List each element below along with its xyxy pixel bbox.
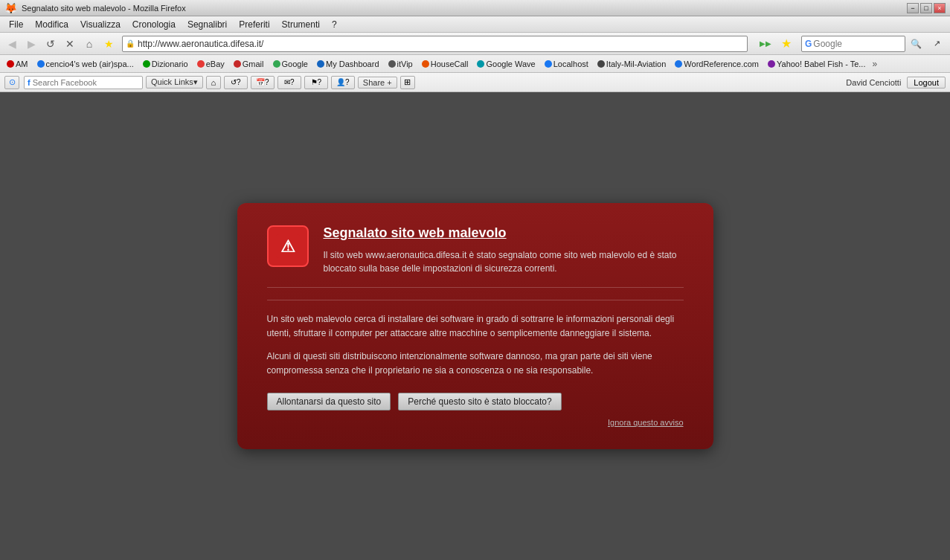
close-button[interactable]: × (934, 3, 946, 13)
leave-site-button[interactable]: Allontanarsi da questo sito (267, 393, 391, 411)
bm-icon-itvip (388, 60, 396, 68)
bookmark-gwave[interactable]: Google Wave (473, 59, 539, 69)
home-button[interactable]: ⌂ (80, 35, 98, 53)
menu-help[interactable]: ? (326, 18, 343, 31)
bm-icon-yahoo (768, 60, 775, 68)
menu-bar: File Modifica Visualizza Cronologia Segn… (0, 16, 950, 33)
menu-strumenti[interactable]: Strumenti (276, 18, 326, 31)
menu-modifica[interactable]: Modifica (29, 18, 74, 31)
bookmark-am[interactable]: AM (3, 59, 32, 69)
bm-label-google: Google (282, 59, 308, 68)
bm-label-diz: Dizionario (152, 59, 188, 68)
bm-icon-gwave (477, 60, 484, 68)
warning-title: Segnalato sito web malevolo (324, 225, 684, 241)
facebook-icon: f (28, 78, 31, 87)
bookmark-star-button[interactable]: ★ (100, 35, 118, 53)
back-button[interactable]: ◀ (3, 35, 21, 53)
window-controls: − □ × (907, 3, 946, 13)
search-input[interactable] (813, 39, 888, 49)
bm-label-wordref: WordReference.com (684, 59, 759, 68)
forward-button[interactable]: ▶ (22, 35, 40, 53)
bm-icon-gmail (234, 60, 241, 68)
fb-event-btn[interactable]: 📅? (251, 76, 275, 89)
fb-username: David Cenciotti (846, 78, 901, 87)
bm-icon-wordref (675, 60, 682, 68)
bookmark-localhost[interactable]: Localhost (541, 59, 592, 69)
bookmark-italy-mil[interactable]: Italy-Mil-Aviation (594, 59, 670, 69)
fb-home-btn[interactable]: ⌂ (206, 76, 221, 89)
bm-icon-google (273, 60, 280, 68)
fb-msg-btn[interactable]: ✉? (277, 76, 301, 89)
title-bar: 🦊 Segnalato sito web malevolo - Mozilla … (0, 0, 950, 16)
bookmark-gmail[interactable]: Gmail (230, 59, 268, 69)
ignore-warning-link[interactable]: Ignora questo avviso (267, 418, 684, 427)
svg-text:⚠: ⚠ (280, 237, 295, 256)
bm-icon-diz (143, 60, 150, 68)
fb-notif-btn[interactable]: ⚑? (304, 76, 328, 89)
menu-file[interactable]: File (3, 18, 29, 31)
fb-user-area: David Cenciotti Logout (846, 77, 946, 88)
menu-cronologia[interactable]: Cronologia (126, 18, 182, 31)
stop-button[interactable]: ✕ (61, 35, 79, 53)
quick-links-button[interactable]: Quick Links▾ (146, 76, 203, 88)
share-button[interactable]: Share + (358, 77, 397, 88)
share-button[interactable]: ↗ (926, 35, 947, 53)
bm-label-am: AM (16, 59, 28, 68)
reload-button[interactable]: ↺ (42, 35, 60, 53)
bm-label-italymil: Italy-Mil-Aviation (606, 59, 667, 68)
facebook-toolbar: ⊙ f Quick Links▾ ⌂ ↺? 📅? ✉? ⚑? 👤? Share … (0, 73, 950, 92)
minimize-button[interactable]: − (907, 3, 919, 13)
bm-icon-housecall (422, 60, 429, 68)
search-button[interactable]: 🔍 (907, 35, 925, 53)
why-blocked-button[interactable]: Perché questo sito è stato bloccato? (398, 393, 561, 411)
fb-page-btn[interactable]: ⊙ (4, 76, 19, 89)
fb-settings-btn[interactable]: ⊞ (400, 76, 415, 89)
warning-buttons: Allontanarsi da questo sito Perché quest… (267, 393, 684, 411)
search-container[interactable]: G (801, 36, 905, 52)
security-icon: 🔒 (126, 39, 135, 48)
bm-label-yahoo: Yahoo! Babel Fish - Te... (777, 59, 865, 68)
bookmarks-overflow[interactable]: » (870, 59, 879, 69)
maximize-button[interactable]: □ (920, 3, 932, 13)
bookmark-housecall[interactable]: HouseCall (418, 59, 472, 69)
logout-button[interactable]: Logout (907, 77, 946, 88)
fb-friends-btn[interactable]: 👤? (331, 76, 355, 89)
warning-header: ⚠ Segnalato sito web malevolo Il sito we… (267, 225, 684, 288)
bookmark-itvip[interactable]: itVip (385, 59, 417, 69)
menu-segnalibri[interactable]: Segnalibri (182, 18, 233, 31)
address-bar[interactable]: 🔒 (122, 36, 748, 52)
fb-search-box[interactable]: f (24, 76, 143, 89)
bm-label-itvip: itVip (397, 59, 413, 68)
window-title: Segnalato sito web malevolo - Mozilla Fi… (22, 4, 907, 13)
address-input[interactable] (138, 39, 744, 49)
warning-subtitle: Il sito web www.aeronautica.difesa.it è … (324, 248, 684, 275)
bm-icon-wp (37, 60, 45, 68)
nav-extra-btn[interactable]: ▶▶ (755, 35, 776, 53)
bm-label-wp: cencio4's web (air)spa... (46, 59, 134, 68)
firefox-icon: 🦊 (4, 2, 17, 14)
menu-preferiti[interactable]: Preferiti (233, 18, 275, 31)
bookmark-wp[interactable]: cencio4's web (air)spa... (33, 59, 138, 69)
bookmark-google[interactable]: Google (269, 59, 312, 69)
bookmark-wordref[interactable]: WordReference.com (671, 59, 763, 69)
bm-label-localhost: Localhost (553, 59, 588, 68)
warning-divider (267, 300, 684, 300)
fb-update-btn[interactable]: ↺? (224, 76, 248, 89)
bm-icon-dashboard (317, 60, 324, 68)
bookmark-ebay[interactable]: eBay (193, 59, 228, 69)
google-search-icon: G (805, 39, 812, 49)
bm-label-gmail: Gmail (243, 59, 264, 68)
bm-icon-ebay (197, 60, 205, 68)
bookmark-add-button[interactable]: ★ (777, 35, 795, 53)
bm-label-dashboard: My Dashboard (326, 59, 379, 68)
fb-search-input[interactable] (33, 78, 122, 87)
bm-label-gwave: Google Wave (486, 59, 535, 68)
bookmark-dashboard[interactable]: My Dashboard (313, 59, 383, 69)
warning-card: ⚠ Segnalato sito web malevolo Il sito we… (237, 203, 713, 450)
bookmark-yahoo[interactable]: Yahoo! Babel Fish - Te... (764, 59, 869, 69)
bookmark-diz[interactable]: Dizionario (139, 59, 192, 69)
menu-visualizza[interactable]: Visualizza (74, 18, 126, 31)
warning-body1: Un sito web malevolo cerca di installare… (267, 312, 684, 341)
warning-body2: Alcuni di questi siti distribuiscono int… (267, 350, 684, 378)
bookmarks-bar: AM cencio4's web (air)spa... Dizionario … (0, 55, 950, 73)
